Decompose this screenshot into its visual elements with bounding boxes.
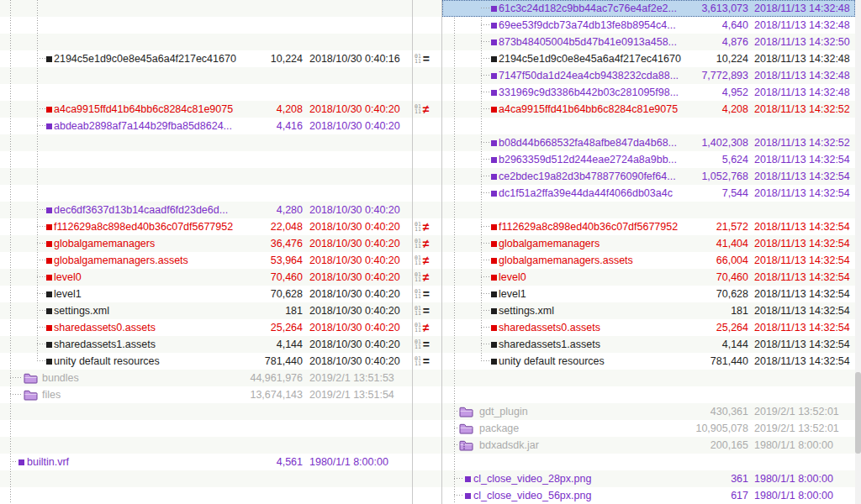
file-row[interactable]: cl_close_video_56px.png6171980/1/1 8:00:… (442, 487, 855, 504)
file-date: 2018/11/13 14:32:52 (754, 134, 850, 151)
file-name: sharedassets0.assets (499, 319, 600, 336)
folder-row[interactable]: package10,905,0782019/2/1 13:52:01 (442, 420, 855, 437)
file-date: 2018/10/30 0:40:20 (309, 286, 400, 302)
file-name: 331969c9d3386b442b03c281095f98... (499, 84, 679, 101)
file-date: 2019/2/1 13:52:01 (754, 420, 839, 437)
file-date: 1980/1/1 8:00:00 (754, 437, 833, 454)
file-name: abdeab2898af7a144b29fba85d8624... (54, 118, 232, 134)
file-icon (491, 107, 497, 113)
scrollbar-thumb[interactable] (855, 372, 861, 454)
file-row[interactable]: level170,6282018/10/30 0:40:20 (0, 286, 412, 302)
file-row[interactable]: 2194c5e1d9c0e8e45a6a4f217ec4167010,22420… (442, 50, 855, 67)
file-row[interactable]: sharedassets1.assets4,1442018/11/13 14:3… (442, 336, 855, 353)
file-date: 2018/11/13 14:32:54 (754, 302, 850, 319)
tree-connector (481, 176, 490, 176)
file-icon (18, 459, 24, 465)
file-row[interactable]: 69ee53f9dcb73a74db13fe8b8954c4...4,64020… (442, 17, 855, 34)
file-size: 3,613,073 (701, 0, 748, 17)
file-row[interactable]: unity default resources781,4402018/11/13… (442, 353, 855, 370)
file-row[interactable]: 873b48405004b5d47b41e0913a458...4,876201… (442, 34, 855, 50)
file-row[interactable]: settings.xml1812018/11/13 14:32:54 (442, 302, 855, 319)
file-row[interactable]: sharedassets1.assets4,1442018/10/30 0:40… (0, 336, 412, 353)
equals-icon: = (423, 337, 430, 352)
file-row[interactable]: a4ca9915ffd41b64bb6c8284c81e90754,208201… (442, 101, 855, 118)
left-pane: 2194c5e1d9c0e8e45a6a4f217ec4167010,22420… (0, 0, 412, 504)
file-size: 41,404 (716, 235, 748, 252)
vertical-scrollbar[interactable] (855, 0, 861, 504)
tree-connector (454, 444, 458, 445)
file-row[interactable]: 61c3c24d182c9bb44ac7c76e4af2e2...3,613,0… (442, 0, 855, 17)
file-row[interactable]: cl_close_video_28px.png3611980/1/1 8:00:… (442, 470, 855, 487)
file-row[interactable]: dec6df3637d13b14caadf6fd23de6d...4,28020… (0, 202, 412, 218)
folder-row[interactable]: bdxadsdk.jar200,1651980/1/1 8:00:00 (442, 437, 855, 454)
file-size: 53,964 (271, 252, 303, 269)
file-row[interactable]: globalgamemanagers41,4042018/11/13 14:32… (442, 235, 855, 252)
binary-digits-icon: 0111 (415, 239, 421, 249)
file-icon (46, 241, 52, 247)
file-date: 1980/1/1 8:00:00 (754, 487, 833, 504)
file-date: 2018/10/30 0:40:16 (309, 50, 400, 67)
folder-row[interactable]: bundles44,961,9762019/2/1 13:51:53 (0, 370, 412, 386)
file-date: 1980/1/1 8:00:00 (754, 470, 833, 487)
file-name: unity default resources (54, 353, 160, 370)
file-row[interactable]: unity default resources781,4402018/10/30… (0, 353, 412, 370)
file-icon (491, 6, 497, 12)
file-size: 4,876 (722, 34, 748, 50)
file-row[interactable]: globalgamemanagers.assets53,9642018/10/3… (0, 252, 412, 269)
tree-connector (481, 24, 490, 25)
file-row[interactable]: abdeab2898af7a144b29fba85d8624...4,41620… (0, 118, 412, 134)
file-row[interactable]: level170,6282018/11/13 14:32:54 (442, 286, 855, 302)
tree-connector (481, 41, 490, 42)
tree-connector (37, 58, 45, 59)
file-name: ce2bdec19a82d3b4788776090fef64... (499, 168, 676, 185)
file-row[interactable]: b08d44b668532fa48afbe847da4b68...1,402,3… (442, 134, 855, 151)
file-row[interactable]: a4ca9915ffd41b64bb6c8284c81e90754,208201… (0, 101, 412, 118)
file-row[interactable]: level070,4602018/10/30 0:40:20 (0, 269, 412, 286)
tree-connector (481, 159, 490, 160)
equals-icon: = (423, 51, 430, 66)
file-name: 2194c5e1d9c0e8e45a6a4f217ec41670 (499, 50, 681, 67)
file-row[interactable]: b2963359d512d244eae2724a8a9bb...5,624201… (442, 151, 855, 168)
file-size: 10,905,078 (695, 420, 748, 437)
file-name: package (479, 420, 519, 437)
equals-icon: = (423, 286, 430, 302)
file-date: 2018/11/13 14:32:54 (754, 151, 850, 168)
file-row[interactable]: settings.xml1812018/10/30 0:40:20 (0, 302, 412, 319)
file-name: level1 (54, 286, 82, 302)
file-name: sharedassets1.assets (499, 336, 600, 353)
compare-status-not-equal-icon: 0111≠ (415, 235, 440, 252)
file-row[interactable]: globalgamemanagers36,4762018/10/30 0:40:… (0, 235, 412, 252)
not-equals-icon: ≠ (423, 270, 430, 285)
file-size: 4,144 (277, 336, 303, 353)
file-row[interactable]: level070,4602018/11/13 14:32:54 (442, 269, 855, 286)
file-row[interactable]: 7147f50da1d24ea4cb9438232cda88...7,772,8… (442, 67, 855, 84)
binary-digits-icon: 0111 (415, 222, 421, 232)
tree-connector (37, 327, 45, 328)
folder-row[interactable]: files13,674,1432019/2/1 13:51:54 (0, 386, 412, 403)
file-row[interactable]: f112629a8c898ed40b36c07df567795222,04820… (0, 218, 412, 235)
file-name: unity default resources (499, 353, 605, 370)
file-icon (491, 224, 497, 230)
file-row[interactable]: globalgamemanagers.assets66,0042018/11/1… (442, 252, 855, 269)
file-name: builtin.vrf (27, 454, 69, 470)
file-row[interactable]: sharedassets0.assets25,2642018/11/13 14:… (442, 319, 855, 336)
file-date: 2018/11/13 14:32:54 (754, 252, 850, 269)
file-size: 4,416 (277, 118, 303, 134)
file-row[interactable]: 331969c9d3386b442b03c281095f98...4,95220… (442, 84, 855, 101)
file-name: sharedassets1.assets (54, 336, 156, 353)
file-row[interactable]: dc1f51a2ffa39e44da44f4066db03a4c7,544201… (442, 185, 855, 202)
file-row[interactable]: sharedassets0.assets25,2642018/10/30 0:4… (0, 319, 412, 336)
file-row[interactable]: f112629a8c898ed40b36c07df567795221,57220… (442, 218, 855, 235)
binary-digits-icon: 0111 (415, 289, 421, 299)
file-row[interactable]: 2194c5e1d9c0e8e45a6a4f217ec4167010,22420… (0, 50, 412, 67)
file-name: 873b48405004b5d47b41e0913a458... (499, 34, 677, 50)
file-row[interactable]: builtin.vrf4,5611980/1/1 8:00:00 (0, 454, 412, 470)
file-size: 70,628 (716, 286, 748, 302)
left-pane-border (412, 0, 413, 504)
tree-connector (481, 243, 490, 244)
folder-row[interactable]: gdt_plugin430,3612019/2/1 13:52:01 (442, 403, 855, 420)
file-date: 2018/11/13 14:32:50 (754, 34, 850, 50)
file-row[interactable]: ce2bdec19a82d3b4788776090fef64...1,052,7… (442, 168, 855, 185)
file-icon (46, 291, 52, 297)
file-name: b2963359d512d244eae2724a8a9bb... (499, 151, 677, 168)
